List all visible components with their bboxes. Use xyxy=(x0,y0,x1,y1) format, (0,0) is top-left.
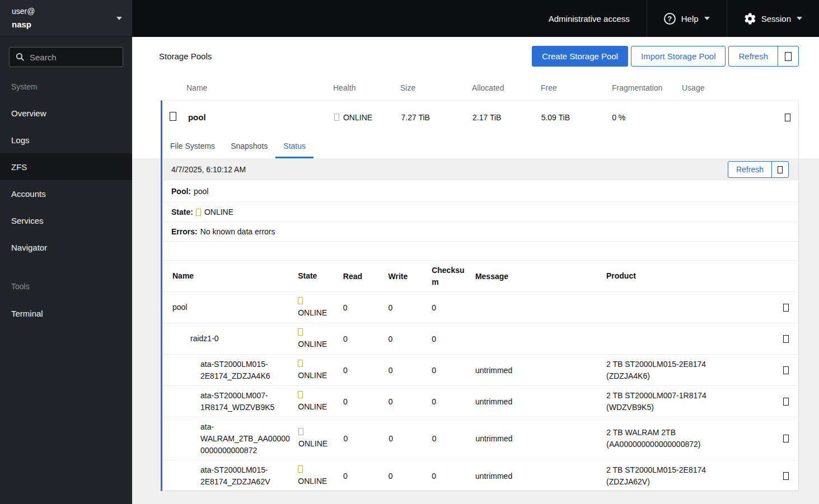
right-pane: Administrative access ? Help Session Sto… xyxy=(132,0,819,504)
device-kebab-menu-button[interactable] xyxy=(774,335,798,343)
help-icon: ? xyxy=(664,13,676,25)
device-product-cell: 2 TB ST2000LM007-1R8174 (WDZVB9K5) xyxy=(606,390,774,413)
device-state-cell: ONLINE xyxy=(298,328,343,350)
sidebar-item-navigator[interactable]: Navigator xyxy=(0,234,132,261)
pool-size-cell: 7.27 TiB xyxy=(401,113,473,122)
device-write-cell: 0 xyxy=(388,303,432,312)
errors-field-label: Errors: xyxy=(171,227,198,236)
chevron-down-icon xyxy=(116,17,122,20)
device-read-cell: 0 xyxy=(343,366,389,375)
device-state-cell: ONLINE xyxy=(298,360,343,381)
missing-glyph-icon xyxy=(785,52,792,61)
column-header-name: Name xyxy=(186,83,333,92)
sidebar-item-services[interactable]: Services xyxy=(0,207,132,234)
online-status-icon xyxy=(298,328,303,336)
help-menu[interactable]: ? Help xyxy=(647,0,727,37)
help-label: Help xyxy=(681,14,699,23)
online-status-icon xyxy=(298,297,303,304)
device-checksum-cell: 0 xyxy=(432,397,475,406)
username-label: user@ xyxy=(12,6,35,18)
device-column-checksum: Checksum xyxy=(432,265,475,288)
status-refresh-group: Refresh xyxy=(728,161,789,178)
device-write-cell: 0 xyxy=(389,434,432,443)
main-content: Storage Pools Create Storage Pool Import… xyxy=(132,37,819,504)
search-icon xyxy=(16,53,25,62)
create-storage-pool-button[interactable]: Create Storage Pool xyxy=(532,46,628,67)
user-menu[interactable]: user@ nasp xyxy=(0,0,132,37)
column-header-usage: Usage xyxy=(682,83,777,92)
refresh-options-button[interactable] xyxy=(778,46,799,67)
device-read-cell: 0 xyxy=(344,434,389,443)
refresh-button-group: Refresh xyxy=(728,46,799,67)
state-field-value: ONLINE xyxy=(196,208,233,216)
state-field-row: State: ONLINE xyxy=(162,202,798,222)
device-message-cell: untrimmed xyxy=(475,434,606,443)
pool-health-label: ONLINE xyxy=(343,113,372,122)
device-state-label: ONLINE xyxy=(298,476,343,487)
admin-access-button[interactable]: Administrative access xyxy=(532,0,647,37)
pool-health-cell: ONLINE xyxy=(334,113,401,122)
status-refresh-button[interactable]: Refresh xyxy=(728,161,772,178)
column-header-size: Size xyxy=(400,83,472,92)
device-column-read: Read xyxy=(343,272,389,281)
detail-tabs: File Systems Snapshots Status xyxy=(161,134,799,158)
tab-snapshots[interactable]: Snapshots xyxy=(223,134,275,158)
search-box[interactable] xyxy=(9,47,123,67)
status-refresh-options-button[interactable] xyxy=(771,161,789,178)
device-name-cell: ata-ST2000LM007-1R8174_WDZVB9K5 xyxy=(162,390,298,413)
page-title: Storage Pools xyxy=(159,51,212,61)
device-read-cell: 0 xyxy=(343,303,389,312)
import-storage-pool-button[interactable]: Import Storage Pool xyxy=(631,46,726,67)
online-status-icon xyxy=(298,391,303,398)
device-product-cell: 2 TB WALRAM 2TB (AA000000000000000872) xyxy=(606,427,774,450)
search-input[interactable] xyxy=(30,53,108,62)
device-kebab-menu-button[interactable] xyxy=(774,304,798,312)
expand-toggle-button[interactable] xyxy=(162,112,188,123)
device-kebab-menu-button[interactable] xyxy=(774,435,798,442)
state-online-label: ONLINE xyxy=(204,208,233,216)
device-read-cell: 0 xyxy=(343,335,389,343)
app-window: user@ nasp System Overview Logs ZFS Acco… xyxy=(0,0,819,504)
device-read-cell: 0 xyxy=(343,397,389,406)
gear-icon xyxy=(744,13,756,25)
tab-status[interactable]: Status xyxy=(275,134,313,158)
kebab-menu-icon xyxy=(783,398,789,406)
device-kebab-menu-button[interactable] xyxy=(774,366,798,374)
detail-spacer-row xyxy=(162,242,798,261)
device-checksum-cell: 0 xyxy=(432,303,475,312)
device-product-cell: 2 TB ST2000LM015-2E8174 (ZDZJA62V) xyxy=(606,464,774,488)
device-read-cell: 0 xyxy=(343,472,389,481)
sidebar: user@ nasp System Overview Logs ZFS Acco… xyxy=(0,0,132,504)
pools-toolbar: Storage Pools Create Storage Pool Import… xyxy=(132,37,819,76)
session-menu[interactable]: Session xyxy=(727,0,819,37)
device-checksum-cell: 0 xyxy=(432,366,475,375)
toolbar-actions: Create Storage Pool Import Storage Pool … xyxy=(532,46,799,67)
refresh-button[interactable]: Refresh xyxy=(728,46,778,67)
tab-file-systems[interactable]: File Systems xyxy=(162,134,223,158)
kebab-menu-icon xyxy=(785,114,790,121)
pool-expansion-zone: 4/7/2025, 6:10:12 AM Refresh Pool: pool … xyxy=(132,158,819,504)
device-column-name: Name xyxy=(162,270,298,282)
device-table-header: Name State Read Write Checksum Message P… xyxy=(162,261,798,292)
pool-kebab-menu-button[interactable] xyxy=(776,114,798,121)
kebab-menu-icon xyxy=(783,435,789,442)
sidebar-item-zfs[interactable]: ZFS xyxy=(0,153,132,180)
nav-section-tools: Tools xyxy=(11,282,132,291)
device-checksum-cell: 0 xyxy=(432,434,476,443)
device-kebab-menu-button[interactable] xyxy=(774,472,798,480)
device-message-cell: untrimmed xyxy=(475,366,606,375)
online-status-icon xyxy=(196,209,201,216)
sidebar-item-accounts[interactable]: Accounts xyxy=(0,180,132,207)
device-write-cell: 0 xyxy=(389,335,432,343)
state-field-label: State: xyxy=(171,208,193,216)
column-header-fragmentation: Fragmentation xyxy=(612,83,682,92)
status-timestamp-bar: 4/7/2025, 6:10:12 AM Refresh xyxy=(162,158,798,181)
device-kebab-menu-button[interactable] xyxy=(774,398,798,406)
device-state-label: ONLINE xyxy=(298,308,343,318)
sidebar-item-overview[interactable]: Overview xyxy=(0,100,132,126)
online-status-icon xyxy=(334,114,339,121)
hostname-label: nasp xyxy=(12,18,35,31)
sidebar-item-terminal[interactable]: Terminal xyxy=(0,300,132,327)
device-row-disk-2: ata-ST2000LM007-1R8174_WDZVB9K5 ONLINE 0… xyxy=(162,386,798,417)
sidebar-item-logs[interactable]: Logs xyxy=(0,126,132,153)
